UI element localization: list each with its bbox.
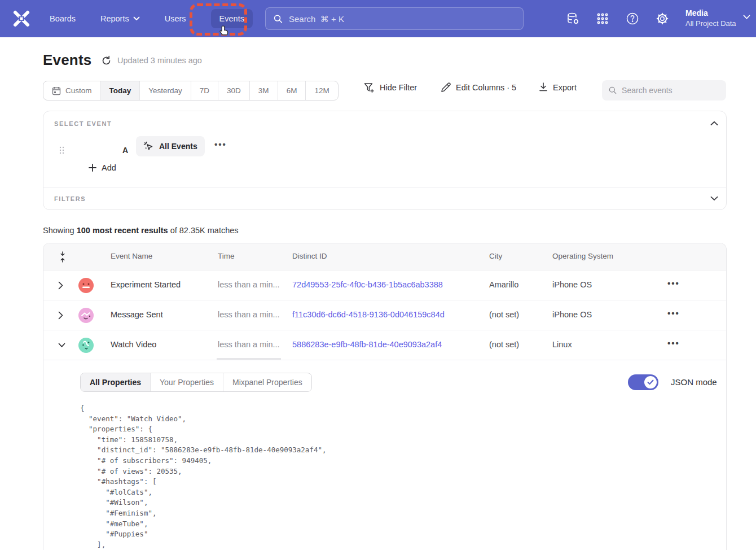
filters-label: FILTERS — [54, 195, 86, 202]
nav-item-label: Events — [219, 14, 244, 23]
row-actions-button[interactable]: ••• — [667, 308, 680, 318]
project-selector[interactable]: Media All Project Data — [685, 8, 736, 29]
chevron-right-icon[interactable] — [58, 281, 63, 290]
date-option-7d[interactable]: 7D — [191, 81, 218, 100]
date-option-3m[interactable]: 3M — [250, 81, 278, 100]
distinct-id-link[interactable]: 72d49553-25fc-4f0c-b436-1b5ac6ab3388 — [292, 280, 443, 289]
events-search[interactable] — [602, 80, 726, 101]
date-option-6m[interactable]: 6M — [278, 81, 306, 100]
json-mode-toggle[interactable] — [628, 374, 658, 390]
column-header-time[interactable]: Time — [218, 252, 235, 260]
nav-item-boards[interactable]: Boards — [50, 14, 76, 23]
add-event-button[interactable]: Add — [89, 163, 116, 172]
date-option-today[interactable]: Today — [101, 81, 140, 100]
date-option-label: 12M — [314, 86, 329, 95]
event-name-cell: Message Sent — [111, 310, 163, 319]
tab-all-properties[interactable]: All Properties — [81, 373, 151, 391]
column-header-os[interactable]: Operating System — [552, 252, 613, 260]
json-mode-label: JSON mode — [671, 377, 717, 387]
tab-your-properties[interactable]: Your Properties — [151, 373, 223, 391]
hide-filter-button[interactable]: Hide Filter — [364, 82, 417, 93]
date-option-label: 30D — [227, 86, 241, 95]
export-button[interactable]: Export — [539, 82, 577, 93]
refresh-icon[interactable] — [101, 55, 112, 67]
top-navbar: Boards Reports Users Events — [0, 0, 756, 37]
date-option-12m[interactable]: 12M — [306, 81, 337, 100]
collapse-section-icon[interactable] — [710, 121, 718, 126]
date-option-yesterday[interactable]: Yesterday — [140, 81, 191, 100]
drag-handle-icon[interactable] — [59, 146, 64, 154]
tab-label: Mixpanel Properties — [232, 378, 302, 387]
properties-tabs: All Properties Your Properties Mixpanel … — [80, 373, 312, 392]
edit-columns-button[interactable]: Edit Columns · 5 — [441, 82, 516, 93]
distinct-id-link[interactable]: 5886283e-e9fb-48fb-81de-40e9093a2af4 — [292, 340, 442, 349]
table-header-row: Event Name Time Distinct ID City Operati… — [43, 243, 726, 270]
events-search-input[interactable] — [622, 86, 719, 95]
event-name-cell: Watch Video — [111, 340, 156, 349]
chevron-down-icon — [743, 15, 750, 20]
date-option-custom[interactable]: Custom — [43, 81, 101, 100]
os-cell: iPhone OS — [552, 280, 592, 289]
event-selector-chip[interactable]: All Events — [136, 136, 205, 156]
nav-item-label: Users — [165, 14, 186, 23]
column-header-event-name[interactable]: Event Name — [111, 252, 152, 260]
page-title: Events — [43, 51, 91, 69]
date-option-label: Custom — [65, 86, 92, 95]
event-more-options-button[interactable]: ••• — [214, 139, 227, 149]
avatar — [78, 338, 94, 353]
time-cell: less than a min... — [218, 310, 280, 319]
nav-item-label: Reports — [100, 14, 129, 23]
mixpanel-logo-icon[interactable] — [11, 10, 32, 28]
date-range-control: Custom Today Yesterday 7D 30D 3M 6M 12M — [43, 81, 339, 101]
data-management-icon[interactable] — [566, 11, 581, 26]
search-icon — [609, 86, 617, 95]
download-icon — [539, 82, 548, 93]
date-option-30d[interactable]: 30D — [218, 81, 250, 100]
nav-item-reports[interactable]: Reports — [100, 14, 140, 23]
results-count: 100 most recent results — [77, 226, 168, 235]
global-search-input[interactable] — [289, 14, 515, 24]
event-chip-label: All Events — [159, 142, 197, 151]
settings-gear-icon[interactable] — [655, 11, 670, 26]
event-json-viewer[interactable]: { "event": "Watch Video", "properties": … — [80, 403, 327, 550]
edit-columns-label: Edit Columns · 5 — [456, 83, 516, 92]
calendar-icon — [52, 86, 61, 95]
help-icon[interactable] — [625, 11, 640, 26]
date-option-label: Yesterday — [148, 86, 182, 95]
nav-item-events[interactable]: Events — [211, 9, 253, 28]
event-name-cell: Experiment Started — [111, 280, 181, 289]
project-scope: All Project Data — [685, 19, 736, 29]
table-row[interactable]: Experiment Started less than a min... 72… — [43, 270, 726, 300]
sort-icon[interactable] — [59, 251, 66, 263]
chevron-down-icon[interactable] — [58, 343, 65, 348]
column-header-city[interactable]: City — [489, 252, 502, 260]
expand-section-icon[interactable] — [710, 196, 718, 201]
os-cell: Linux — [552, 340, 572, 349]
table-row[interactable]: Message Sent less than a min... f11c30d6… — [43, 300, 726, 330]
pencil-icon — [441, 82, 451, 93]
row-actions-button[interactable]: ••• — [667, 338, 680, 348]
results-suffix: of 82.35K matches — [168, 226, 239, 235]
global-search[interactable] — [265, 7, 524, 30]
results-prefix: Showing — [43, 226, 77, 235]
date-option-label: 6M — [287, 86, 297, 95]
apps-grid-icon[interactable] — [595, 11, 610, 26]
avatar — [78, 278, 94, 293]
nav-item-label: Boards — [50, 14, 76, 23]
query-builder-card: SELECT EVENT A All Events ••• Add FILTER… — [43, 111, 727, 210]
column-header-distinct-id[interactable]: Distinct ID — [292, 252, 327, 260]
table-row-expanded[interactable]: Watch Video less than a min... 5886283e-… — [43, 330, 726, 360]
tab-mixpanel-properties[interactable]: Mixpanel Properties — [223, 373, 311, 391]
tab-label: Your Properties — [160, 378, 214, 387]
select-event-label: SELECT EVENT — [54, 120, 112, 127]
plus-icon — [89, 164, 96, 172]
chevron-right-icon[interactable] — [58, 311, 63, 320]
nav-item-users[interactable]: Users — [165, 14, 186, 23]
distinct-id-link[interactable]: f11c30d6-dc6d-4518-9136-0d046159c84d — [292, 310, 445, 319]
events-table: Event Name Time Distinct ID City Operati… — [43, 243, 727, 550]
time-cell: less than a min... — [218, 340, 280, 349]
filter-funnel-icon — [364, 82, 375, 93]
row-actions-button[interactable]: ••• — [667, 278, 680, 288]
date-option-label: 3M — [258, 86, 269, 95]
city-cell: (not set) — [489, 310, 519, 319]
